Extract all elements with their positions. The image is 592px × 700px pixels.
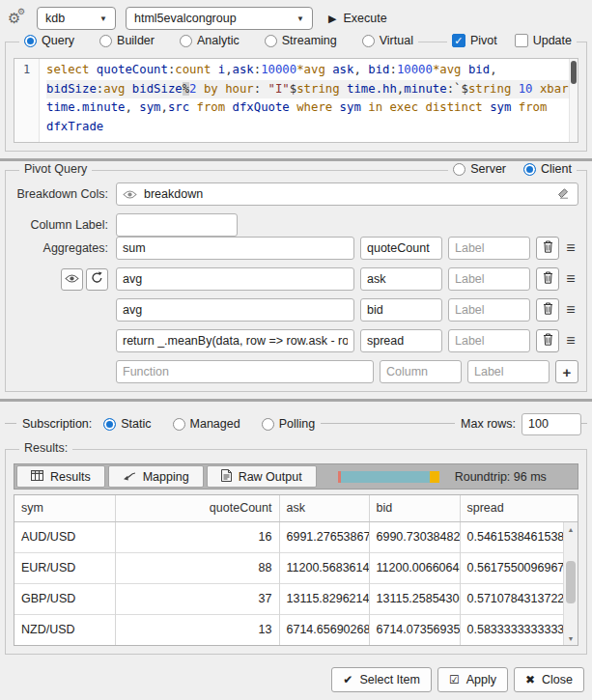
results-table: symquoteCountaskbidspread AUD/USD166991.… (14, 494, 578, 646)
table-row-aud-usd[interactable]: AUD/USD166991.27653867046990.73038482420… (14, 521, 578, 552)
connection-select[interactable]: kdb ▼ (37, 7, 116, 30)
radio-side-server[interactable]: Server (453, 162, 506, 176)
aggregates-label: Aggregates: (43, 241, 108, 255)
check-icon: ✔ (343, 673, 352, 686)
radio-mode-analytic[interactable]: Analytic (180, 34, 240, 47)
aggregate-column-input[interactable] (380, 360, 462, 383)
update-checkbox[interactable]: Update (515, 34, 572, 47)
delete-aggregate-button[interactable] (536, 329, 559, 352)
aggregate-label-input[interactable] (467, 360, 550, 383)
code-line: bidSize:avg bidSize%2 by hour: "I"$strin… (46, 80, 569, 99)
execute-label: Execute (343, 12, 386, 25)
column-label-input[interactable] (116, 213, 238, 237)
radio-sub-polling[interactable]: Polling (262, 417, 316, 431)
aggregate-label-input[interactable] (448, 267, 530, 291)
refresh-aggregate-button[interactable] (86, 268, 108, 291)
execute-button[interactable]: ▶ Execute (328, 12, 387, 25)
editor-code[interactable]: select quoteCount:count i,ask:10000*avg … (40, 59, 569, 142)
radio-sub-static[interactable]: Static (103, 417, 151, 431)
drag-handle-icon[interactable]: ≡ (563, 332, 578, 350)
tab-label: Mapping (143, 470, 189, 484)
column-header-bid[interactable]: bid (369, 495, 460, 521)
breakdown-cols-value: breakdown (144, 187, 203, 201)
pivot-checkbox[interactable]: ✓ Pivot (452, 34, 497, 47)
radio-side-client[interactable]: Client (523, 162, 572, 176)
radio-mode-builder[interactable]: Builder (99, 34, 155, 47)
radio-label: Managed (190, 417, 240, 431)
aggregate-column-input[interactable] (360, 237, 442, 260)
editor-gutter: 1 (14, 59, 40, 142)
aggregate-function-input[interactable] (116, 360, 374, 383)
drag-handle-icon[interactable]: ≡ (563, 301, 578, 319)
eraser-icon[interactable] (557, 188, 571, 202)
column-header-quotecount[interactable]: quoteCount (115, 495, 279, 521)
code-editor[interactable]: 1 select quoteCount:count i,ask:10000*av… (14, 58, 578, 143)
query-group: QueryBuilderAnalyticStreamingVirtual ✓ P… (5, 42, 587, 152)
aggregate-column-input[interactable] (360, 298, 442, 322)
pivot-update-checkboxes: ✓ Pivot Update (447, 34, 577, 47)
table-row-eur-usd[interactable]: EUR/USD8811200.56836149711200.0066064880… (14, 552, 578, 583)
radio-icon (265, 35, 277, 47)
congroup-select[interactable]: html5evalcongroup ▼ (126, 7, 313, 30)
radio-icon (99, 35, 112, 47)
max-rows-input[interactable] (522, 413, 581, 435)
aggregate-function-input[interactable] (116, 298, 354, 322)
settings-gear-icon[interactable]: ⚙⚙ (8, 10, 27, 27)
footer-buttons: ✔Select Item☑Apply✖Close (331, 667, 584, 692)
tab-label: Raw Output (239, 470, 302, 484)
table-scrollbar-thumb[interactable] (566, 561, 576, 604)
scroll-down-icon[interactable]: ▼ (564, 631, 578, 645)
radio-mode-streaming[interactable]: Streaming (265, 34, 337, 47)
table-row-gbp-usd[interactable]: GBP/USD3713115.82962144013115.2585430080… (14, 583, 578, 614)
tab-mapping[interactable]: Mapping (108, 465, 204, 488)
server-client-radios: ServerClient (448, 162, 577, 176)
preview-aggregate-button[interactable] (61, 268, 83, 291)
delete-aggregate-button[interactable] (536, 267, 559, 291)
radio-mode-virtual[interactable]: Virtual (362, 34, 413, 47)
aggregate-label-input[interactable] (448, 329, 530, 352)
play-icon: ▶ (328, 13, 336, 25)
aggregate-function-input[interactable] (116, 329, 354, 352)
breakdown-cols-input[interactable]: breakdown (116, 182, 578, 206)
tab-raw-output[interactable]: Raw Output (207, 465, 317, 488)
cell-bid: 6714.0735693550 (369, 614, 460, 645)
progress-segment (430, 471, 439, 483)
column-header-spread[interactable]: spread (460, 495, 578, 521)
apply-button[interactable]: ☑Apply (437, 667, 508, 692)
radio-label: Virtual (380, 34, 413, 47)
results-toolbar: ResultsMappingRaw Output Roundtrip: 96 m… (14, 463, 578, 490)
aggregate-column-input[interactable] (360, 329, 442, 352)
add-aggregate-button[interactable]: + (555, 360, 578, 383)
drag-handle-icon[interactable]: ≡ (563, 239, 578, 257)
select-item-button[interactable]: ✔Select Item (331, 667, 432, 692)
radio-mode-query[interactable]: Query (24, 34, 74, 47)
tab-results[interactable]: Results (16, 465, 105, 488)
aggregate-label-input[interactable] (448, 298, 530, 322)
delete-aggregate-button[interactable] (536, 298, 559, 322)
table-scrollbar[interactable]: ▲ ▼ (563, 522, 578, 645)
table-row-nzd-usd[interactable]: NZD/USD136714.65690268836714.07356935500… (14, 614, 578, 645)
cell-bid: 13115.258543008 (369, 583, 460, 614)
drag-handle-icon[interactable]: ≡ (563, 270, 578, 288)
cell-quotecount: 16 (115, 521, 279, 552)
radio-sub-managed[interactable]: Managed (173, 417, 240, 431)
cell-quotecount: 88 (115, 552, 279, 583)
aggregate-function-input[interactable] (116, 237, 354, 260)
close-button[interactable]: ✖Close (514, 667, 584, 692)
aggregate-function-input[interactable] (116, 267, 354, 291)
aggregate-row-left: Aggregates: (14, 241, 108, 255)
radio-icon (453, 163, 465, 176)
small-gear-icon: ⚙ (17, 7, 25, 16)
editor-scrollbar-thumb[interactable] (571, 61, 577, 84)
aggregate-column-input[interactable] (360, 267, 442, 291)
column-header-sym[interactable]: sym (14, 495, 115, 521)
editor-scrollbar[interactable] (569, 59, 578, 142)
cell-ask: 13115.829621440 (279, 583, 369, 614)
cell-spread: 0.5461538461538 (460, 521, 578, 552)
column-header-ask[interactable]: ask (279, 495, 369, 521)
table-header-row: symquoteCountaskbidspread (14, 495, 578, 521)
aggregate-row: Aggregates:≡ (14, 237, 578, 260)
aggregate-label-input[interactable] (448, 237, 530, 260)
delete-aggregate-button[interactable] (536, 237, 559, 260)
scroll-up-icon[interactable]: ▲ (564, 522, 578, 536)
